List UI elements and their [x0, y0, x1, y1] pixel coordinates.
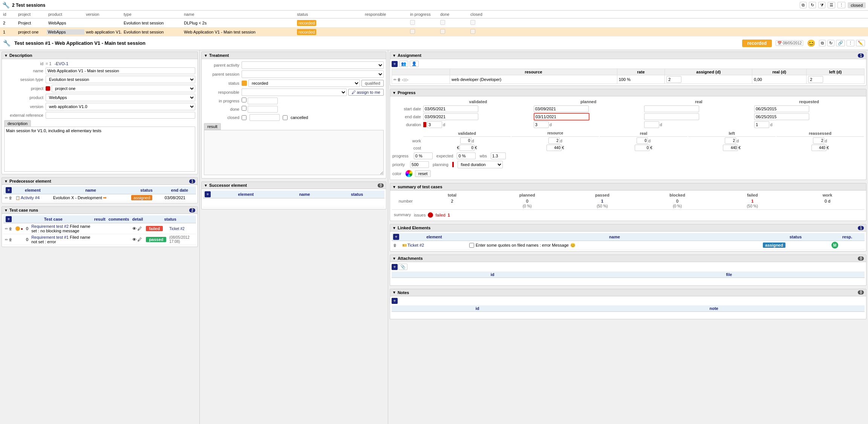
next-assign-icon[interactable]: ▷: [406, 78, 409, 82]
work-left-input[interactable]: [725, 137, 736, 144]
cost-real-input[interactable]: [635, 145, 650, 151]
status-select[interactable]: recorded: [248, 79, 360, 87]
link-session-icon[interactable]: 🔗: [836, 40, 845, 46]
filter-icon[interactable]: ⧩: [818, 2, 825, 8]
assign-to-me-button[interactable]: 🖊 assign to me: [348, 89, 384, 96]
dur-real-input[interactable]: [644, 121, 659, 128]
work-reassessed-input[interactable]: [813, 137, 824, 144]
desc-textarea[interactable]: Main session for V1.0, including all ele…: [4, 127, 195, 172]
group-assign-icon[interactable]: 👥: [399, 61, 408, 67]
del-pred-icon[interactable]: 🗑: [9, 196, 12, 200]
del-tcr1-icon[interactable]: 🗑: [9, 227, 12, 231]
add-attach-button[interactable]: +: [392, 264, 398, 270]
start-date-planned-input[interactable]: [534, 105, 589, 112]
planning-select[interactable]: fixed duration: [458, 161, 503, 168]
more-session-icon[interactable]: ⋮: [847, 40, 854, 46]
ext-ref-input[interactable]: [46, 112, 195, 119]
color-wheel[interactable]: [405, 170, 413, 177]
end-date-validated-input[interactable]: [423, 113, 478, 120]
done-checkbox[interactable]: [242, 106, 246, 111]
product-select[interactable]: WebApps: [46, 94, 195, 101]
add-note-button[interactable]: +: [392, 298, 398, 304]
result-tab[interactable]: result: [204, 123, 221, 130]
parent-activity-select[interactable]: [242, 61, 384, 69]
in-progress-checkbox[interactable]: [242, 98, 246, 102]
done-input[interactable]: [248, 106, 278, 113]
copy-icon[interactable]: ⧉: [800, 2, 807, 8]
cost-assigned-input[interactable]: [547, 145, 562, 151]
work-real-input[interactable]: [637, 137, 648, 144]
project-select[interactable]: project one: [52, 85, 195, 92]
del-linked-icon[interactable]: 🗑: [393, 243, 397, 247]
priority-input[interactable]: [410, 161, 429, 168]
cost-left-input[interactable]: [723, 145, 738, 151]
left-input[interactable]: [808, 76, 823, 83]
refresh-icon[interactable]: ↻: [809, 2, 816, 8]
parent-session-select[interactable]: [242, 70, 384, 78]
end-date-planned-input[interactable]: [534, 113, 589, 120]
edit-tcr2-icon[interactable]: ✏: [5, 238, 8, 242]
cost-reassessed-input[interactable]: [811, 145, 827, 151]
columns-icon[interactable]: ☰: [828, 2, 835, 8]
predecessor-header[interactable]: ▼ Predecessor element 1: [2, 178, 197, 185]
cancelled-checkbox[interactable]: [283, 115, 288, 120]
del-tcr2-icon[interactable]: 🗑: [9, 238, 12, 242]
assigned-input[interactable]: [666, 76, 681, 83]
list-item[interactable]: 1 project one WebApps web application V1…: [0, 27, 868, 37]
edit-session-icon[interactable]: ✏️: [856, 40, 865, 46]
list-item[interactable]: 2 Project WebApps Evolution test session…: [0, 18, 868, 27]
attachments-header[interactable]: ▼ Attachments 0: [390, 255, 866, 262]
closed-input[interactable]: [250, 114, 280, 121]
wbs-input[interactable]: [491, 153, 506, 159]
closed-checkbox[interactable]: [242, 115, 246, 120]
description-header[interactable]: ▼ Description: [2, 52, 197, 59]
stc-header[interactable]: ▼ summary of test cases: [390, 183, 866, 191]
reset-button[interactable]: reset: [415, 170, 431, 177]
dur-planned-input[interactable]: [534, 121, 549, 128]
in-progress-input[interactable]: [248, 98, 278, 104]
work-assigned-input[interactable]: [548, 137, 560, 144]
result-textarea[interactable]: [204, 130, 384, 175]
start-date-requested-input[interactable]: [754, 105, 809, 112]
progress-input[interactable]: [414, 153, 433, 159]
copy-session-icon[interactable]: ⧉: [819, 40, 826, 46]
name-input[interactable]: [46, 67, 195, 74]
edit-assign-icon[interactable]: ✏: [393, 78, 396, 82]
status-recorded-button[interactable]: recorded: [742, 40, 772, 47]
tcr-header[interactable]: ▼ Test case runs 2: [2, 207, 197, 214]
edit2-icon[interactable]: 🖊: [138, 237, 142, 242]
edit-pred-icon[interactable]: ✏: [5, 196, 8, 200]
more-icon[interactable]: ⋮: [837, 2, 845, 8]
desc-tab[interactable]: description: [4, 120, 31, 127]
responsible-select[interactable]: [242, 88, 347, 96]
edit1-icon[interactable]: 🖊: [138, 226, 142, 231]
linked-checkbox[interactable]: [469, 243, 474, 248]
linked-header[interactable]: ▼ Linked Elements 1: [390, 224, 866, 232]
add-assignment-button[interactable]: +: [392, 61, 398, 67]
view2-icon[interactable]: 👁: [132, 237, 136, 242]
version-select[interactable]: web application V1.0: [46, 103, 195, 110]
del-assign-icon[interactable]: 🗑: [397, 78, 401, 82]
edit-tcr1-icon[interactable]: ✏: [5, 227, 8, 231]
progress-header[interactable]: ▼ Progress: [390, 89, 866, 96]
session-type-select[interactable]: Evolution test session: [46, 76, 195, 83]
prev-assign-icon[interactable]: ◁: [402, 78, 405, 82]
dur-requested-input[interactable]: [754, 121, 769, 128]
work-validated-input[interactable]: [460, 137, 472, 144]
cost-validated-input[interactable]: [459, 145, 475, 151]
qualified-button[interactable]: qualified: [361, 80, 384, 87]
add-linked-button[interactable]: +: [393, 234, 399, 240]
dur-validated-input[interactable]: [427, 121, 442, 128]
end-date-real-input[interactable]: [644, 113, 699, 120]
assign-icon2[interactable]: 👤: [410, 61, 419, 67]
treatment-header[interactable]: ▼ Treatment: [202, 52, 386, 59]
start-date-validated-input[interactable]: [423, 105, 478, 112]
attach-icon[interactable]: 📎: [398, 264, 407, 270]
add-predecessor-button[interactable]: +: [6, 187, 12, 193]
end-date-requested-input[interactable]: [754, 113, 809, 120]
assignment-header[interactable]: ▼ Assignment 1: [390, 52, 866, 59]
notes-header[interactable]: ▼ Notes 0: [390, 289, 866, 296]
add-successor-button[interactable]: +: [205, 191, 211, 197]
successor-header[interactable]: ▼ Successor element 0: [202, 182, 386, 189]
refresh-session-icon[interactable]: ↻: [827, 40, 834, 46]
